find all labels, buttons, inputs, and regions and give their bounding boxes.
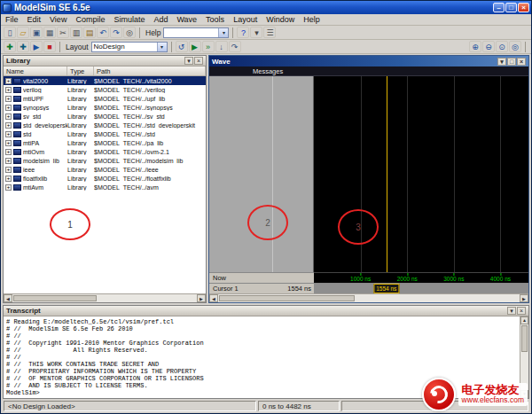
expand-icon[interactable]: + — [5, 158, 12, 164]
run-icon[interactable]: ▶ — [189, 41, 201, 52]
library-row[interactable]: + mtiOvm Library $MODEL_TECH/../ovm-2.1 — [4, 147, 206, 156]
title-bar[interactable]: ModelSim SE 6.5e –□× — [1, 1, 531, 14]
cursor-time-flag[interactable]: 1554 ns — [373, 284, 399, 293]
library-row[interactable]: + ieee Library $MODEL_TECH/../ieee — [4, 165, 206, 174]
expand-icon[interactable]: + — [5, 140, 12, 146]
expand-icon[interactable]: + — [5, 87, 12, 93]
library-row[interactable]: + synopsys Library $MODEL_TECH/../synops… — [4, 103, 206, 112]
expand-icon[interactable]: + — [5, 131, 12, 137]
expand-icon[interactable]: + — [5, 149, 12, 155]
expand-icon[interactable]: + — [5, 105, 12, 111]
zoom-out-icon[interactable]: ⊖ — [482, 41, 495, 52]
menu-item[interactable]: Add — [149, 15, 172, 24]
new-file-icon[interactable]: ▯ — [4, 27, 16, 38]
close-icon[interactable]: × — [517, 58, 526, 66]
name-value-divider[interactable] — [272, 76, 273, 272]
library-panel-titlebar[interactable]: Library ▾× — [4, 56, 206, 66]
scrollbar-thumb[interactable] — [13, 295, 97, 301]
expand-icon[interactable]: + — [5, 167, 12, 173]
menu-item[interactable]: Window — [262, 15, 299, 24]
column-header-name[interactable]: Name — [4, 66, 67, 75]
layout-dropdown[interactable]: NoDesign ▾ — [91, 42, 168, 52]
find-icon[interactable]: ◎ — [123, 27, 136, 38]
expand-icon[interactable]: + — [5, 184, 12, 191]
compile-all-icon[interactable]: ✚ — [17, 41, 29, 52]
dock-icon[interactable]: ▾ — [184, 57, 193, 65]
library-row[interactable]: + std Library $MODEL_TECH/../std — [4, 129, 206, 138]
scroll-left-icon[interactable]: ◀ — [209, 294, 218, 302]
open-icon[interactable]: ▱ — [17, 27, 29, 38]
library-row[interactable]: + vital2000 Library $MODEL_TECH/../vital… — [4, 76, 206, 85]
restart-icon[interactable]: ↺ — [176, 41, 188, 52]
menu-item[interactable]: Tools — [201, 15, 229, 24]
wave-signal-names-area[interactable] — [209, 76, 314, 272]
step-icon[interactable]: ↓ — [215, 41, 228, 52]
scrollbar-track[interactable] — [12, 294, 197, 302]
break-icon[interactable]: ■ — [43, 41, 56, 52]
save-icon[interactable]: ▣ — [30, 27, 43, 38]
menu-item[interactable]: Simulate — [109, 15, 149, 24]
copy-icon[interactable]: ▥ — [70, 27, 82, 38]
zoom-full-icon[interactable]: ⊙ — [496, 41, 508, 52]
library-hscrollbar[interactable]: ◀ ▶ — [4, 293, 206, 302]
dock-icon[interactable]: ▾ — [497, 58, 506, 66]
library-row[interactable]: + floatfixlib Library $MODEL_TECH/../flo… — [4, 174, 206, 183]
step-over-icon[interactable]: ↷ — [229, 41, 241, 52]
expand-icon[interactable]: + — [5, 78, 12, 84]
zoom-range-icon[interactable]: ◎ — [509, 41, 521, 52]
close-icon[interactable]: × — [194, 57, 203, 65]
library-row[interactable]: + modelsim_lib Library $MODEL_TECH/../mo… — [4, 156, 206, 165]
expand-icon[interactable]: + — [5, 113, 12, 120]
transcript-titlebar[interactable]: Transcript ▾× — [4, 306, 528, 316]
redo-icon[interactable]: ↷ — [110, 27, 122, 38]
paste-icon[interactable]: ▤ — [83, 27, 96, 38]
menu-item[interactable]: Wave — [172, 15, 201, 24]
wave-panel-titlebar[interactable]: Wave ▾□× — [209, 56, 528, 66]
close-button[interactable]: × — [518, 3, 529, 12]
library-row[interactable]: + std_developerskit Library $MODEL_TECH/… — [4, 121, 206, 129]
expand-icon[interactable]: + — [5, 96, 12, 102]
menu-item[interactable]: Help — [299, 15, 325, 24]
expand-icon[interactable]: + — [5, 122, 12, 129]
cut-icon[interactable]: ✂ — [57, 27, 69, 38]
column-header-path[interactable]: Path — [94, 66, 206, 75]
maximize-icon[interactable]: □ — [507, 58, 516, 66]
zoom-in-icon[interactable]: ⊕ — [469, 41, 481, 52]
library-row[interactable]: + mtiPA Library $MODEL_TECH/../pa_lib — [4, 138, 206, 147]
scroll-left-icon[interactable]: ◀ — [4, 294, 12, 302]
menu-item[interactable]: Edit — [23, 15, 46, 24]
menu-item[interactable]: Layout — [229, 15, 262, 24]
simulate-icon[interactable]: ▶ — [30, 41, 43, 52]
library-row[interactable]: + mtiUPF Library $MODEL_TECH/../upf_lib — [4, 94, 206, 103]
minimize-button[interactable]: – — [493, 3, 505, 12]
help-search-input[interactable]: ▾ — [163, 27, 229, 38]
compile-icon[interactable]: ✚ — [4, 41, 16, 52]
undo-icon[interactable]: ↶ — [97, 27, 109, 38]
wave-canvas[interactable] — [314, 76, 528, 272]
help-icon[interactable]: ? — [237, 27, 249, 38]
dock-icon[interactable]: ▾ — [507, 307, 516, 315]
wave-cursor-line[interactable] — [387, 76, 387, 272]
chevron-down-icon[interactable]: ▾ — [157, 43, 167, 51]
continue-run-icon[interactable]: » — [202, 41, 215, 52]
scrollbar-track[interactable] — [218, 294, 520, 302]
column-header-type[interactable]: Type — [67, 66, 94, 75]
wave-timeline-ruler[interactable]: 1000 ns2000 ns3000 ns4000 ns — [314, 272, 528, 283]
maximize-button[interactable]: □ — [505, 3, 517, 12]
library-row[interactable]: + verilog Library $MODEL_TECH/../verilog — [4, 85, 206, 94]
options-icon[interactable]: ☰ — [263, 27, 276, 38]
scrollbar-thumb[interactable] — [219, 295, 355, 301]
scroll-right-icon[interactable]: ▶ — [520, 294, 528, 302]
scroll-right-icon[interactable]: ▶ — [197, 294, 206, 302]
print-icon[interactable]: ▦ — [43, 27, 56, 38]
cursor-header-cell[interactable]: Cursor 1 1554 ns — [209, 283, 314, 293]
scrollbar-thumb[interactable] — [521, 325, 528, 352]
wave-hscrollbar[interactable]: ◀ ▶ — [209, 293, 528, 302]
filter-icon[interactable]: ▾ — [250, 27, 262, 38]
menu-item[interactable]: Compile — [71, 15, 109, 24]
library-row[interactable]: + sv_std Library $MODEL_TECH/../sv_std — [4, 112, 206, 121]
scroll-up-icon[interactable]: ▲ — [520, 316, 528, 324]
cursor-track[interactable]: 1554 ns — [314, 283, 528, 293]
menu-item[interactable]: File — [1, 15, 23, 24]
close-icon[interactable]: × — [517, 307, 526, 315]
